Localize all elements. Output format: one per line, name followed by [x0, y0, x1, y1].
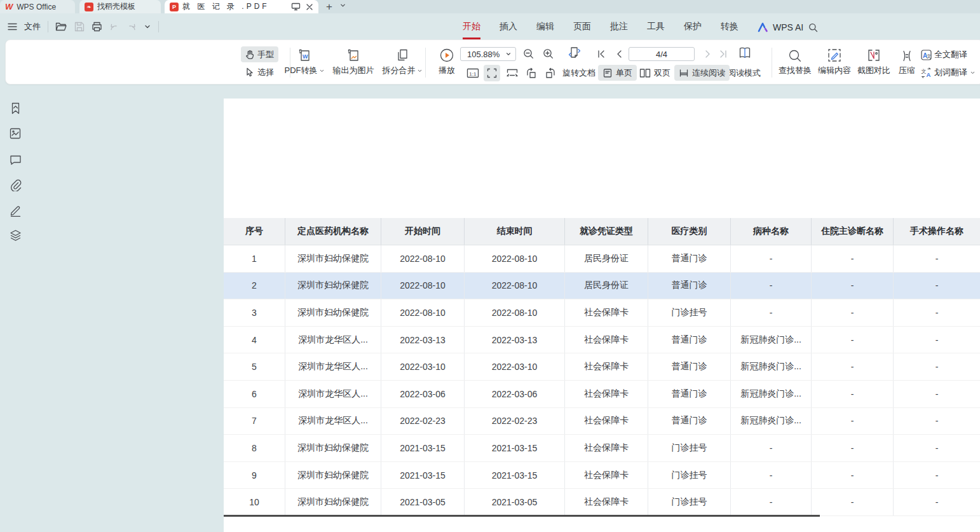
play-label: x	[429, 65, 433, 81]
ribbon-tab-6[interactable]: 工具	[647, 13, 665, 39]
table-cell: 2022-08-10	[465, 273, 565, 299]
refresh-pages-button[interactable]	[566, 44, 583, 61]
attachments-panel-button[interactable]	[8, 178, 22, 192]
prev-page-button[interactable]	[611, 46, 627, 62]
save-icon[interactable]	[74, 22, 85, 32]
layers-panel-button[interactable]	[8, 228, 22, 242]
thumbnails-panel-button[interactable]	[8, 126, 22, 140]
select-tool-button[interactable]: 选择	[241, 64, 278, 80]
continuous-read-button[interactable]: 连续阅读	[674, 65, 730, 81]
tab-document-pdf[interactable]: P 就 医 记 录 .PDF	[165, 0, 318, 13]
word-translate-button[interactable]: 文 A 划词翻译	[921, 64, 976, 81]
ribbon-tab-8[interactable]: 转换	[721, 13, 738, 39]
rotate-doc-label[interactable]: 旋转文档	[562, 65, 595, 81]
monitor-icon[interactable]	[291, 3, 301, 11]
table-row: 7深圳市龙华区人...2022-02-232022-02-23社会保障卡普通门诊…	[224, 408, 980, 435]
signature-panel-button[interactable]	[8, 203, 22, 217]
tab-list-chevron-icon[interactable]	[339, 2, 346, 9]
table-cell: 社会保障卡	[565, 489, 648, 515]
open-file-icon[interactable]	[55, 22, 67, 32]
table-cell: 普通门诊	[648, 327, 731, 353]
ribbon-tab-2[interactable]: 插入	[500, 13, 517, 39]
hand-tool-button[interactable]: 手型	[241, 46, 278, 62]
table-cell: 5	[224, 353, 285, 380]
table-cell: 2021-03-15	[381, 462, 465, 489]
table-cell: 2021-03-15	[465, 462, 565, 489]
table-row: 8深圳市妇幼保健院2021-03-152021-03-15社会保障卡门诊挂号--…	[224, 435, 980, 462]
comments-panel-button[interactable]	[8, 153, 22, 167]
redo-icon[interactable]	[126, 22, 137, 31]
ribbon-tab-4[interactable]: 页面	[573, 13, 591, 39]
ribbon-tab-1[interactable]: 开始	[463, 13, 480, 39]
paperclip-icon	[10, 179, 22, 191]
wps-ai-button[interactable]: WPS AI	[758, 13, 803, 39]
signature-pen-icon	[10, 205, 22, 217]
zoom-in-button[interactable]	[540, 46, 557, 62]
comment-icon	[10, 154, 22, 165]
compress-button[interactable]: 压缩	[893, 46, 921, 76]
table-cell: 新冠肺炎门诊...	[731, 408, 812, 435]
zoom-level-select[interactable]: 105.88%	[460, 47, 516, 61]
close-tab-icon[interactable]	[306, 3, 313, 11]
export-image-button[interactable]: 输出为图片	[329, 46, 378, 76]
next-page-button[interactable]	[700, 46, 716, 62]
ribbon-tab-3[interactable]: 编辑	[536, 13, 554, 39]
ribbon-search-button[interactable]	[808, 13, 818, 39]
table-cell: 新冠肺炎门诊...	[731, 353, 812, 380]
table-cell: -	[812, 462, 894, 489]
find-replace-button[interactable]: 查找替换	[776, 46, 814, 76]
table-cell: -	[731, 462, 812, 489]
fit-page-button[interactable]	[504, 65, 521, 81]
pdf-convert-button[interactable]: W PDF转换	[275, 46, 334, 76]
zoom-in-icon	[543, 48, 554, 60]
table-header-cell: 住院主诊断名称	[812, 218, 894, 245]
ribbon-tab-7[interactable]: 保护	[684, 13, 702, 39]
screenshot-compare-button[interactable]: 截图对比	[855, 46, 893, 76]
undo-redo-chevron-icon[interactable]	[144, 23, 151, 31]
zoom-out-button[interactable]	[521, 46, 537, 62]
hamburger-menu-icon[interactable]	[8, 23, 17, 31]
table-cell: 2022-08-10	[381, 245, 465, 272]
table-cell: -	[894, 489, 980, 515]
first-page-button[interactable]	[593, 46, 609, 62]
bookmarks-panel-button[interactable]	[8, 101, 22, 115]
read-mode-button[interactable]	[737, 44, 753, 61]
table-cell: 2022-03-13	[381, 327, 465, 353]
rotate-right-button[interactable]	[542, 65, 559, 81]
new-tab-button[interactable]: +	[323, 0, 336, 13]
compress-icon	[900, 49, 914, 63]
table-cell: 社会保障卡	[565, 299, 648, 326]
tab-wps-home[interactable]: W WPS Office	[0, 0, 75, 13]
tab-docer-templates[interactable]: ❧ 找稻壳模板	[79, 0, 161, 13]
tab-label: 找稻壳模板	[97, 1, 135, 12]
rotate-left-button[interactable]	[523, 65, 540, 81]
table-cell: 门诊挂号	[648, 489, 731, 515]
fit-width-icon	[486, 67, 498, 79]
hand-tool-label: 手型	[257, 49, 274, 60]
table-row: 4深圳市龙华区人...2022-03-132022-03-13社会保障卡普通门诊…	[224, 327, 980, 354]
table-header-cell: 序号	[224, 218, 285, 245]
full-translate-button[interactable]: A 文 全文翻译	[921, 46, 967, 63]
table-cell: 社会保障卡	[565, 381, 648, 407]
fit-width-button[interactable]	[484, 65, 500, 81]
continuous-read-icon	[679, 68, 689, 78]
split-merge-button[interactable]: 拆分合并	[374, 46, 430, 76]
table-cell: 2022-02-23	[381, 408, 465, 435]
table-cell: 2022-08-10	[465, 245, 565, 272]
table-cell: -	[812, 299, 894, 326]
print-icon[interactable]	[92, 22, 102, 32]
read-mode-label[interactable]: 阅读模式	[728, 65, 761, 81]
edit-content-button[interactable]: 编辑内容	[815, 46, 854, 76]
actual-size-button[interactable]: 1:1	[465, 65, 481, 81]
last-page-button[interactable]	[715, 46, 732, 62]
single-page-button[interactable]: 单页	[598, 65, 637, 81]
play-button[interactable]: 播放	[429, 46, 465, 76]
undo-icon[interactable]	[109, 22, 119, 31]
table-cell: -	[894, 408, 980, 435]
ribbon-tab-5[interactable]: 批注	[610, 13, 628, 39]
page-number-input[interactable]: 4/4	[629, 47, 695, 61]
file-menu-button[interactable]: 文件	[24, 21, 41, 32]
table-header-cell: 开始时间	[381, 218, 465, 245]
table-cell: 深圳市龙华区人...	[285, 408, 381, 435]
table-cell: 深圳市妇幼保健院	[285, 489, 381, 515]
